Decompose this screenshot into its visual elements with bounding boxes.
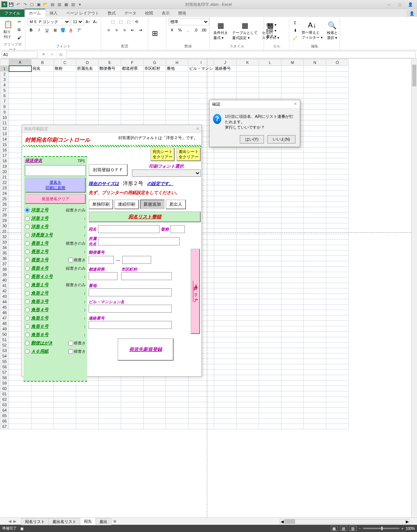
row-header[interactable]: 44 <box>0 299 9 305</box>
cell[interactable] <box>259 72 281 77</box>
cell[interactable] <box>281 213 304 218</box>
orientation-checkbox[interactable] <box>68 258 73 262</box>
cell[interactable] <box>259 147 281 153</box>
cell[interactable] <box>259 207 281 213</box>
input-clear-button[interactable]: 入力クリア <box>191 249 200 334</box>
cell[interactable] <box>304 391 326 397</box>
cell[interactable] <box>121 77 144 82</box>
userform-close-icon[interactable]: ✕ <box>196 126 199 131</box>
cell[interactable] <box>237 413 259 419</box>
delete-cells-button[interactable]: 削除 ▾ <box>266 28 276 33</box>
cell[interactable] <box>304 413 326 419</box>
inc-dec-icon[interactable]: .0 <box>192 26 199 34</box>
cell[interactable] <box>9 82 31 88</box>
paste-button[interactable]: 📋貼り付け <box>2 19 14 40</box>
maximize-icon[interactable]: ◻ <box>395 1 405 8</box>
row-header[interactable]: 2 <box>0 72 9 77</box>
cell[interactable] <box>281 348 304 353</box>
keisho-input[interactable] <box>170 225 185 233</box>
cell[interactable] <box>214 153 237 158</box>
qat-icon-4[interactable]: ▤ <box>50 1 55 7</box>
cell[interactable] <box>214 272 237 278</box>
cell[interactable] <box>214 82 237 88</box>
cell[interactable] <box>237 202 259 207</box>
cell[interactable] <box>9 104 31 110</box>
cell[interactable] <box>214 229 237 234</box>
cell[interactable] <box>9 424 31 429</box>
cell[interactable] <box>237 326 259 332</box>
cell[interactable] <box>304 250 326 256</box>
phonetic-icon[interactable]: ア <box>75 26 82 34</box>
row-header[interactable]: 13 <box>0 131 9 137</box>
cell[interactable] <box>259 348 281 353</box>
font-select[interactable] <box>132 170 201 177</box>
decrease-font-icon[interactable]: A↓ <box>92 18 99 25</box>
cell[interactable] <box>304 223 326 229</box>
cell[interactable] <box>326 77 349 82</box>
indent-dec-icon[interactable]: ⇤ <box>129 26 136 34</box>
cell[interactable] <box>144 424 166 429</box>
cell[interactable] <box>214 223 237 229</box>
cell[interactable] <box>304 142 326 147</box>
cell[interactable] <box>259 294 281 299</box>
cell[interactable] <box>304 191 326 196</box>
cell[interactable] <box>259 250 281 256</box>
cell[interactable] <box>31 402 54 408</box>
cell[interactable] <box>121 115 144 120</box>
tab-sender[interactable]: 差出人 <box>166 200 186 209</box>
cell[interactable] <box>166 402 188 408</box>
cell[interactable] <box>9 391 31 397</box>
cell[interactable] <box>214 256 237 261</box>
cell[interactable] <box>214 316 237 321</box>
row-header[interactable]: 23 <box>0 185 9 191</box>
ribbon-tab-file[interactable]: ファイル <box>0 9 25 17</box>
cell[interactable] <box>304 353 326 359</box>
cell[interactable] <box>214 72 237 77</box>
cell[interactable] <box>326 413 349 419</box>
cell[interactable] <box>9 93 31 99</box>
cell[interactable] <box>259 196 281 202</box>
cell[interactable] <box>188 88 214 93</box>
cell[interactable] <box>304 207 326 213</box>
cell[interactable] <box>326 207 349 213</box>
col-header[interactable]: O <box>326 59 349 66</box>
cell[interactable] <box>166 88 188 93</box>
row-header[interactable]: 41 <box>0 283 9 288</box>
percent-icon[interactable]: % <box>176 26 184 34</box>
tab-single-print[interactable]: 単独印刷 <box>89 200 113 209</box>
indent-inc-icon[interactable]: ⇥ <box>137 26 144 34</box>
cell[interactable] <box>54 424 76 429</box>
cell[interactable] <box>281 413 304 419</box>
cell[interactable] <box>259 413 281 419</box>
cell[interactable] <box>259 408 281 413</box>
envelope-radio[interactable] <box>25 332 30 337</box>
cell[interactable] <box>76 391 99 397</box>
cell[interactable] <box>214 88 237 93</box>
row-header[interactable]: 67 <box>0 424 9 429</box>
cell[interactable] <box>281 196 304 202</box>
cell[interactable] <box>259 267 281 272</box>
cell[interactable] <box>121 104 144 110</box>
cell[interactable] <box>144 391 166 397</box>
cell[interactable] <box>304 82 326 88</box>
cell[interactable] <box>54 104 76 110</box>
cell[interactable] <box>31 104 54 110</box>
cell[interactable] <box>54 408 76 413</box>
tab-continuous-print[interactable]: 連続印刷 <box>114 200 139 209</box>
col-header[interactable]: F <box>121 59 144 66</box>
orientation-checkbox[interactable] <box>68 341 73 346</box>
cell[interactable] <box>237 299 259 305</box>
cell[interactable] <box>304 185 326 191</box>
border-icon[interactable]: ⊞ <box>51 26 59 34</box>
cell[interactable] <box>188 419 214 424</box>
cell[interactable] <box>214 294 237 299</box>
envelope-radio[interactable] <box>25 208 30 213</box>
macro-record-icon[interactable]: ▣ <box>20 527 24 531</box>
cell[interactable] <box>166 115 188 120</box>
cell[interactable] <box>326 370 349 375</box>
cell[interactable] <box>188 413 214 419</box>
cell[interactable] <box>304 370 326 375</box>
cell[interactable] <box>281 234 304 240</box>
font-name-select[interactable]: ＭＳ Ｐゴシック <box>27 18 70 25</box>
cell[interactable] <box>326 175 349 180</box>
